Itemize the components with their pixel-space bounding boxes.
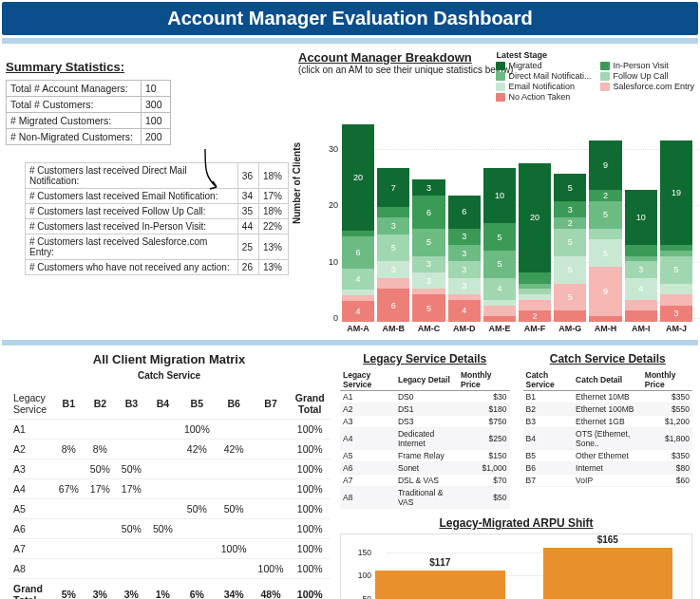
bar-segment[interactable]: 4 [448,300,481,322]
summary-table: Total # Account Managers:10Total # Custo… [6,80,171,145]
bar-segment[interactable]: 9 [589,140,621,190]
bar-segment[interactable] [625,245,657,256]
bar-column[interactable]: 73536AM-B [377,124,409,333]
bar-segment[interactable]: 6 [412,196,445,229]
bar-segment[interactable]: 10 [625,190,657,245]
bar-segment[interactable]: 5 [589,201,621,229]
bar-segment[interactable] [625,310,657,322]
bar-segment[interactable] [377,278,409,290]
bar-segment[interactable] [519,300,551,311]
bar-segment[interactable]: 20 [342,124,374,231]
bar-category-label: AM-F [519,324,551,333]
bar-segment[interactable]: 4 [483,278,516,300]
stacked-bar-chart[interactable]: Number of Clients 0102030 20644AM-A73536… [298,115,696,333]
bar-segment[interactable]: 6 [377,289,409,322]
detail-row: B6Internet$80 [523,462,693,475]
summary-row: Total # Customers:300 [7,97,171,113]
bar-segment[interactable]: 5 [377,234,409,262]
bar-segment[interactable] [483,306,516,317]
bar-segment[interactable]: 3 [412,179,445,196]
bar-category-label: AM-E [483,324,516,333]
matrix-row: A8100%100% [8,559,331,579]
bar-segment[interactable]: 5 [554,284,586,311]
bar-segment[interactable]: 5 [660,256,692,284]
bar-segment[interactable]: 5 [412,229,445,256]
bar-segment[interactable]: 5 [483,251,516,278]
bar-segment[interactable] [519,272,551,284]
bar-segment[interactable]: 5 [483,223,516,251]
bar-column[interactable]: 532555AM-G [554,124,586,333]
legend-item: Migrated [496,61,591,70]
bar-segment[interactable]: 2 [589,190,621,201]
legend-item: Salesforce.com Entry [600,82,694,91]
separator [2,340,698,346]
bar-segment[interactable]: 5 [554,229,586,256]
bar-segment[interactable]: 2 [519,310,551,322]
bar-category-label: AM-I [625,324,657,333]
bar-segment[interactable]: 3 [660,306,692,322]
bar-segment[interactable]: 5 [589,239,621,267]
bar-segment[interactable] [589,229,621,240]
breakdown-row: # Customers last received Follow Up Call… [26,204,289,219]
bar-segment[interactable]: 2 [554,217,586,229]
bar-column[interactable]: 10554AM-E [483,124,516,333]
bar-segment[interactable]: 5 [412,294,445,322]
arpu-bar: $165 [543,548,673,600]
bar-segment[interactable] [377,207,409,218]
detail-row: B4OTS (Ethernet, Sone..$1,800 [523,428,693,450]
bar-segment[interactable]: 20 [519,163,551,273]
bar-segment[interactable]: 3 [377,217,409,234]
bar-segment[interactable] [483,316,516,322]
bar-segment[interactable]: 3 [625,261,657,277]
bar-column[interactable]: 1953AM-J [660,124,692,333]
bar-segment[interactable] [589,316,621,322]
bar-column[interactable]: 1034AM-I [625,124,657,333]
bar-segment[interactable]: 3 [377,261,409,277]
summary-heading: Summary Statistics: [6,60,289,74]
catch-details-title: Catch Service Details [523,352,693,365]
bar-segment[interactable]: 10 [483,168,516,223]
separator [2,38,698,44]
bar-segment[interactable]: 4 [342,269,374,290]
bar-segment[interactable]: 3 [412,272,445,289]
bar-segment[interactable] [660,294,692,306]
bar-segment[interactable] [554,310,586,322]
bar-category-label: AM-D [448,324,481,333]
summary-row: # Migrated Customers:100 [7,113,171,129]
matrix-row: A650%50%100% [8,519,331,539]
bar-segment[interactable]: 7 [377,168,409,206]
bar-column[interactable]: 633334AM-D [448,124,481,333]
matrix-subtitle: Catch Service [8,370,331,381]
bar-column[interactable]: 365335AM-C [412,124,445,333]
legend-title: Latest Stage [496,50,694,60]
bar-column[interactable]: 20644AM-A [342,124,374,333]
bar-category-label: AM-B [377,324,409,333]
bar-segment[interactable]: 6 [342,236,374,269]
arpu-y-axis: 050100150 [347,538,371,599]
arpu-bar-chart: 050100150 $117Legacy ARPU$165Migrated AR… [340,533,692,599]
breakdown-row: # Customers last received Direct Mail No… [26,163,289,189]
bar-segment[interactable]: 5 [554,174,586,201]
bar-category-label: AM-C [412,324,445,333]
summary-row: Total # Account Managers:10 [7,81,171,97]
bar-category-label: AM-H [589,324,621,333]
bar-segment[interactable]: 4 [342,301,374,322]
matrix-grand-total: Grand Total5%3%3%1%6%34%48%100% [8,579,331,600]
bar-segment[interactable] [625,300,657,311]
bar-segment[interactable]: 3 [448,229,481,245]
bar-segment[interactable]: 3 [554,201,586,217]
detail-row: A8Traditional & VAS$50 [340,487,510,509]
breakdown-row: # Customers last received In-Person Visi… [26,219,289,234]
bar-column[interactable]: 92559AM-H [589,124,621,333]
bar-segment[interactable]: 6 [448,196,481,229]
bar-column[interactable]: 202AM-F [519,124,551,333]
bar-segment[interactable] [660,284,692,295]
bar-segment[interactable]: 3 [448,278,481,294]
bar-segment[interactable]: 3 [412,256,445,272]
bar-segment[interactable]: 4 [625,278,657,300]
bar-segment[interactable]: 9 [589,267,621,316]
bar-segment[interactable]: 3 [448,245,481,261]
bar-segment[interactable]: 5 [554,256,586,284]
bar-segment[interactable]: 3 [448,261,481,277]
bar-segment[interactable]: 19 [660,140,692,245]
